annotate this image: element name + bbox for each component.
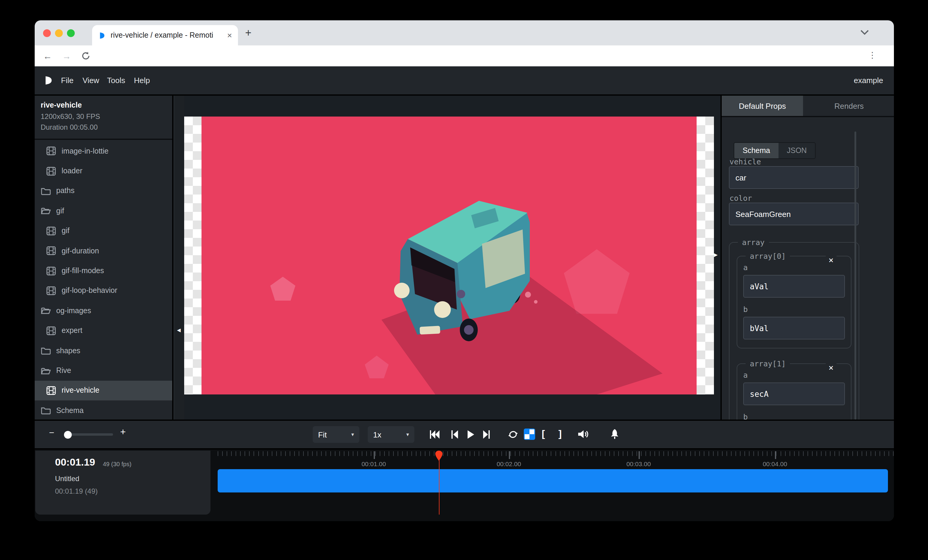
remotion-logo-icon[interactable] (43, 75, 53, 85)
reload-icon[interactable] (81, 52, 90, 60)
sidebar-item-paths[interactable]: paths (35, 181, 173, 201)
folder-icon (41, 186, 51, 196)
next-frame-icon[interactable] (482, 430, 490, 439)
new-tab-button[interactable]: + (245, 27, 252, 38)
sidebar-folder-shapes[interactable]: shapes (35, 341, 173, 361)
field-input-color[interactable]: SeaFoamGreen (729, 202, 859, 225)
sidebar-item-gif-duration[interactable]: gif-duration (35, 241, 173, 261)
sidebar-item-gif[interactable]: gif (35, 221, 173, 241)
left-panel-gutter[interactable]: ◀ (175, 96, 184, 420)
playback-toolbar: − + Fit ▾ 1x ▾ [ ] (35, 420, 894, 449)
track-duration: 00:01.19 (49) (55, 487, 98, 495)
transparency-toggle-icon[interactable] (524, 429, 535, 440)
sidebar-item-image-in-lottie[interactable]: image-in-lottie (35, 141, 173, 161)
folder-icon (41, 345, 51, 356)
rocket-icon[interactable] (609, 429, 620, 440)
menu-help[interactable]: Help (134, 76, 150, 85)
caret-down-icon: ▾ (406, 432, 409, 437)
fit-dropdown[interactable]: Fit ▾ (313, 426, 359, 443)
field-input-vehicle[interactable]: car (729, 166, 859, 189)
array1-legend: array[1] (746, 359, 790, 368)
previous-frame-icon[interactable] (451, 430, 459, 439)
toggle-json[interactable]: JSON (778, 143, 815, 158)
composition-resolution: 1200x630, 30 FPS (41, 113, 100, 121)
timeline-ruler[interactable] (218, 451, 894, 456)
menu-file[interactable]: File (61, 76, 73, 85)
traffic-light-minimize[interactable] (55, 29, 63, 37)
speed-dropdown[interactable]: 1x ▾ (368, 426, 414, 443)
zoom-slider-track[interactable] (67, 433, 113, 436)
browser-tab[interactable]: rive-vehicle / example - Remoti × (92, 25, 238, 46)
array0-b-input[interactable]: bVal (743, 317, 845, 339)
loop-icon[interactable] (508, 429, 518, 440)
screenshot-stage: rive-vehicle / example - Remoti × + ← → … (0, 0, 928, 560)
film-icon (46, 226, 56, 236)
forward-icon[interactable]: → (62, 51, 71, 61)
kebab-menu-icon[interactable]: ⋮ (868, 50, 876, 60)
film-icon (46, 385, 56, 396)
ruler-label-4: 00:04.00 (763, 460, 787, 467)
array0-legend: array[0] (746, 252, 790, 260)
remove-array1-icon[interactable]: × (826, 363, 836, 372)
tab-renders[interactable]: Renders (803, 96, 894, 117)
tab-close-icon[interactable]: × (227, 30, 232, 40)
array1-a-input[interactable]: secA (743, 382, 845, 405)
menu-tools[interactable]: Tools (107, 76, 125, 85)
collapse-left-icon[interactable]: ◀ (177, 327, 180, 333)
menu-right-label: example (854, 76, 883, 85)
props-panel: Default Props Renders Schema JSON vehicl… (720, 96, 894, 420)
remove-array0-icon[interactable]: × (826, 255, 836, 265)
volume-icon[interactable] (578, 429, 589, 439)
field-label-color: color (730, 194, 752, 202)
toggle-schema[interactable]: Schema (734, 143, 778, 158)
panel-scrollbar[interactable] (855, 131, 856, 420)
sidebar-folder-rive[interactable]: Rive (35, 361, 173, 381)
timeline-track-bar[interactable] (218, 469, 888, 493)
in-point-icon[interactable]: [ (542, 429, 545, 439)
browser-tab-strip: rive-vehicle / example - Remoti × + (35, 20, 894, 46)
sidebar-item-gif-loop-behavior[interactable]: gif-loop-behavior (35, 281, 173, 301)
track-name: Untitled (55, 475, 79, 483)
folder-icon (41, 405, 51, 415)
menu-view[interactable]: View (82, 76, 99, 85)
folder-open-icon (41, 206, 51, 216)
sidebar-item-gif-fill-modes[interactable]: gif-fill-modes (35, 261, 173, 281)
array-fieldset: array array[0] × a aVal b bVal array[1] … (729, 238, 859, 420)
app-menu-bar: File View Tools Help example (35, 66, 894, 96)
ruler-label-1: 00:01.00 (362, 460, 386, 467)
timeline: 00:01.19 49 (30 fps) Untitled 00:01.19 (… (35, 449, 894, 521)
zoom-in-icon[interactable]: + (120, 427, 126, 437)
sidebar-item-expert[interactable]: expert (35, 321, 173, 341)
sidebar-folder-og-images[interactable]: og-images (35, 301, 173, 321)
sidebar-item-rive-vehicle[interactable]: rive-vehicle (35, 381, 173, 401)
back-icon[interactable]: ← (43, 51, 52, 61)
preview-canvas (184, 96, 720, 420)
sidebar-folder-gif[interactable]: gif (35, 201, 173, 221)
out-point-icon[interactable]: ] (559, 429, 562, 439)
sidebar-divider (35, 138, 172, 140)
tab-default-props[interactable]: Default Props (722, 96, 803, 117)
tab-title: rive-vehicle / example - Remoti (111, 31, 224, 40)
film-icon (46, 246, 56, 256)
traffic-light-close[interactable] (43, 29, 51, 37)
zoom-out-icon[interactable]: − (49, 427, 54, 437)
schema-json-toggle: Schema JSON (734, 142, 816, 159)
film-icon (46, 146, 56, 156)
composition-title: rive-vehicle (41, 101, 82, 110)
zoom-slider-knob[interactable] (64, 431, 72, 438)
chevron-down-icon[interactable] (861, 30, 869, 35)
play-icon[interactable] (467, 430, 475, 439)
playhead-handle[interactable] (435, 450, 443, 461)
array1-fieldset: array[1] × a secA b (737, 359, 852, 420)
traffic-light-zoom[interactable] (67, 29, 75, 37)
composition-viewport (184, 117, 714, 394)
folder-open-icon (41, 306, 51, 316)
jump-to-start-icon[interactable] (429, 430, 440, 439)
ruler-label-3: 00:03.00 (626, 460, 651, 467)
sidebar-folder-schema[interactable]: Schema (35, 400, 173, 420)
compositions-sidebar: rive-vehicle 1200x630, 30 FPS Duration 0… (35, 96, 173, 420)
array0-a-input[interactable]: aVal (743, 275, 845, 298)
frame-info: 49 (30 fps) (103, 461, 131, 467)
collapse-right-icon[interactable]: ▶ (714, 252, 717, 257)
sidebar-item-loader[interactable]: loader (35, 161, 173, 181)
